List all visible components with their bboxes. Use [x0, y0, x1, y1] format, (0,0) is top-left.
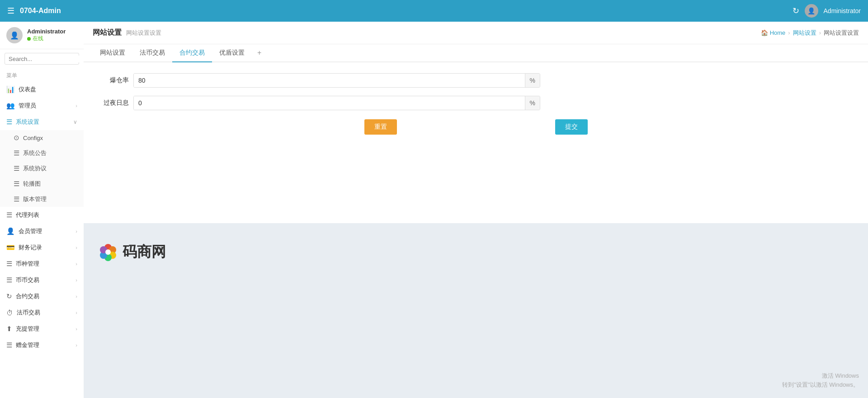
chevron-right-icon: › [75, 326, 77, 332]
finance-icon: 💳 [6, 243, 15, 252]
chevron-right-icon: › [75, 229, 77, 234]
sidebar-item-managers[interactable]: 👥 管理员 › [0, 98, 84, 114]
sidebar-item-recharge-mgmt[interactable]: ⬆ 充提管理 › [0, 321, 84, 337]
coin-mgmt-icon: ☰ [6, 260, 12, 268]
protocol-icon: ☰ [14, 164, 19, 173]
sidebar-user-status: 在线 [27, 35, 66, 42]
avatar: 👤 [805, 4, 818, 18]
sidebar-item-label: 合约交易 [16, 292, 39, 300]
page-subtitle: 网站设置设置 [126, 29, 161, 37]
tab-website-settings[interactable]: 网站设置 [93, 44, 132, 62]
refresh-icon[interactable]: ↻ [793, 6, 799, 16]
chevron-right-icon: › [75, 310, 77, 315]
bottom-logo-area: 码商网 [84, 223, 868, 398]
liquidation-rate-input[interactable] [134, 74, 525, 87]
sidebar-avatar: 👤 [6, 27, 23, 43]
recharge-icon: ⬆ [6, 325, 12, 333]
chevron-right-icon: › [75, 342, 77, 348]
status-dot [27, 37, 31, 41]
sidebar-item-fiat-trade[interactable]: ⏱ 法币交易 › [0, 304, 84, 321]
tab-fiat-trade[interactable]: 法币交易 [132, 44, 172, 62]
sidebar-item-label: 财务记录 [19, 243, 42, 252]
sidebar-item-label: 管理员 [19, 102, 36, 110]
main-content: 网站设置 网站设置设置 🏠 Home › 网站设置 › 网站设置设置 网站设置 … [84, 22, 868, 398]
tab-add-button[interactable]: + [252, 44, 267, 61]
bonus-icon: ☰ [6, 341, 12, 349]
chevron-right-icon: › [75, 261, 77, 267]
managers-icon: 👥 [6, 102, 15, 110]
breadcrumb-home[interactable]: 🏠 Home [761, 29, 785, 36]
liquidation-rate-input-wrap: % [133, 73, 540, 88]
sidebar-item-version-mgmt[interactable]: ☰ 版本管理 [0, 192, 84, 207]
sidebar-item-coin-mgmt[interactable]: ☰ 币种管理 › [0, 256, 84, 272]
app-title: 0704-Admin [20, 7, 61, 15]
breadcrumb-sep2: › [819, 29, 821, 36]
sidebar-item-system-notice[interactable]: ☰ 系统公告 [0, 145, 84, 161]
sidebar-item-label: 赠金管理 [16, 341, 39, 349]
liquidation-rate-row: 爆仓率 % [93, 73, 859, 88]
chevron-right-icon: › [75, 277, 77, 283]
sidebar-item-label: 系统设置 [16, 118, 39, 126]
layout: 👤 Administrator 在线 🔍 菜单 📊 仪表盘 [0, 22, 868, 398]
submit-button[interactable]: 提交 [555, 119, 588, 135]
sidebar-item-label: 充提管理 [16, 325, 39, 333]
form-actions: 重置 提交 [93, 119, 859, 135]
sidebar-item-agent-list[interactable]: ☰ 代理列表 [0, 207, 84, 223]
sidebar: 👤 Administrator 在线 🔍 菜单 📊 仪表盘 [0, 22, 84, 398]
system-settings-submenu: ⊙ Configx ☰ 系统公告 ☰ 系统协议 ☰ 轮播图 ☰ 版本管理 [0, 130, 84, 207]
overnight-interest-input[interactable] [134, 96, 525, 110]
sidebar-item-carousel[interactable]: ☰ 轮播图 [0, 176, 84, 192]
sidebar-user-info: Administrator 在线 [27, 28, 66, 42]
sidebar-item-configx[interactable]: ⊙ Configx [0, 130, 84, 145]
system-settings-icon: ☰ [6, 118, 12, 126]
admin-name-label: Administrator [824, 7, 861, 14]
overnight-interest-suffix: % [525, 96, 540, 110]
version-icon: ☰ [14, 195, 19, 203]
sidebar-item-label: 币币交易 [16, 276, 39, 284]
breadcrumb-sep1: › [788, 29, 790, 36]
dashboard-icon: 📊 [6, 85, 15, 94]
liquidation-rate-suffix: % [525, 74, 540, 87]
sidebar-username: Administrator [27, 28, 66, 35]
svg-point-6 [105, 249, 111, 255]
header-left: ☰ 0704-Admin [7, 6, 61, 16]
menu-toggle-icon[interactable]: ☰ [7, 6, 14, 16]
sidebar-item-system-settings[interactable]: ☰ 系统设置 ∨ [0, 114, 84, 130]
sidebar-search-box[interactable]: 🔍 [5, 53, 79, 65]
flower-icon [97, 241, 119, 263]
coin-trade-icon: ☰ [6, 276, 12, 284]
search-input[interactable] [9, 56, 84, 62]
breadcrumb-level2: 网站设置设置 [824, 29, 859, 37]
page-title: 网站设置 [93, 28, 122, 37]
liquidation-rate-label: 爆仓率 [93, 76, 129, 84]
header-right: ↻ 👤 Administrator [793, 4, 861, 18]
configx-toggle-icon: ⊙ [14, 134, 19, 142]
overnight-interest-input-wrap: % [133, 96, 540, 110]
tab-contract-trade[interactable]: 合约交易 [172, 44, 212, 62]
top-header: ☰ 0704-Admin ↻ 👤 Administrator [0, 0, 868, 22]
sidebar-item-dashboard[interactable]: 📊 仪表盘 [0, 81, 84, 98]
sidebar-user-section: 👤 Administrator 在线 [0, 22, 84, 49]
sidebar-item-label: 会员管理 [19, 227, 42, 235]
sidebar-item-member-mgmt[interactable]: 👤 会员管理 › [0, 223, 84, 239]
contract-trade-icon: ↻ [6, 292, 12, 300]
brand-logo: 码商网 [97, 241, 166, 263]
breadcrumb-level1[interactable]: 网站设置 [793, 29, 816, 37]
sidebar-item-label: 法币交易 [17, 309, 40, 317]
sidebar-item-bonus-mgmt[interactable]: ☰ 赠金管理 › [0, 337, 84, 353]
breadcrumb: 🏠 Home › 网站设置 › 网站设置设置 [761, 29, 859, 37]
reset-button[interactable]: 重置 [364, 119, 397, 135]
chevron-right-icon: › [75, 103, 77, 108]
sidebar-item-system-protocol[interactable]: ☰ 系统协议 [0, 161, 84, 176]
sidebar-item-contract-trade[interactable]: ↻ 合约交易 › [0, 288, 84, 304]
tabs-bar: 网站设置 法币交易 合约交易 优盾设置 + [84, 44, 868, 62]
sidebar-item-coin-trade[interactable]: ☰ 币币交易 › [0, 272, 84, 288]
overnight-interest-label: 过夜日息 [93, 99, 129, 107]
sidebar-item-finance-records[interactable]: 💳 财务记录 › [0, 239, 84, 256]
content-area: 爆仓率 % 过夜日息 % 重置 提交 [84, 62, 868, 223]
notice-icon: ☰ [14, 149, 19, 157]
brand-name: 码商网 [123, 242, 166, 262]
tab-discount-settings[interactable]: 优盾设置 [212, 44, 252, 62]
sidebar-item-label: 币种管理 [16, 260, 39, 268]
chevron-right-icon: › [75, 294, 77, 299]
